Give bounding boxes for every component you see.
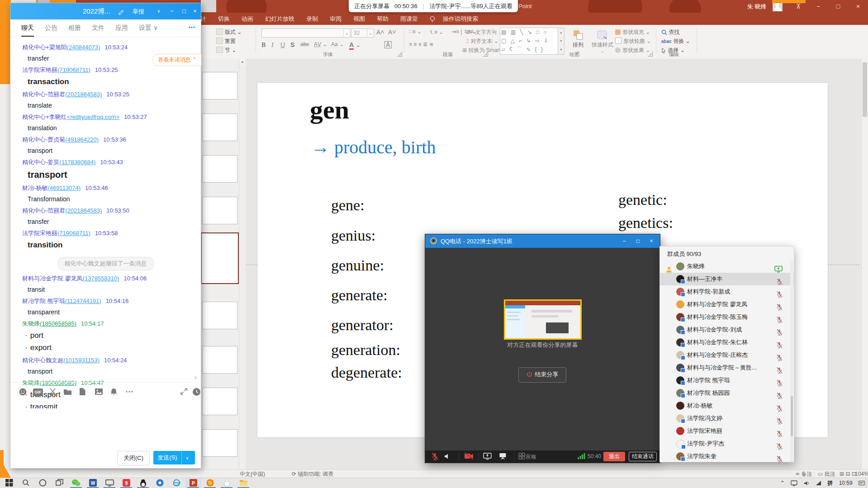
shapes-gallery-scroll[interactable]: ▲▼▼ — [558, 28, 564, 55]
slide-thumbnail[interactable] — [202, 302, 237, 329]
status-view-icons[interactable]: ⊞ ⊟ ⊡ — [840, 470, 856, 478]
chat-tab-聊天[interactable]: 聊天 — [21, 19, 34, 37]
sender-id-link[interactable]: (719068711) — [57, 66, 90, 73]
member-row[interactable]: 材料与冶金学院-陈玉梅 — [660, 311, 794, 323]
slide-thumbnail[interactable] — [202, 155, 237, 183]
member-row[interactable]: 材冶-杨敏 — [660, 399, 794, 412]
ribbon-tab-视图[interactable]: 视图 — [347, 13, 371, 25]
align-text-button[interactable]: ⌷ 对齐文本 ⌄ — [466, 38, 498, 45]
show-desktop-button[interactable] — [866, 478, 868, 488]
image-icon[interactable] — [95, 388, 104, 397]
sender-name[interactable]: 精化中心-范丽君 — [22, 91, 65, 98]
gif-icon[interactable]: GIF — [33, 389, 43, 396]
taskbar-word-icon[interactable]: W — [85, 478, 101, 488]
end-share-button[interactable]: 结束分享 — [518, 367, 566, 383]
status-comments-button[interactable]: ▭ 批注 — [818, 470, 835, 478]
thumbnail-scrollbar[interactable]: ▲ — [239, 59, 246, 469]
replace-button[interactable]: abac 替换 ⌄ — [661, 38, 690, 45]
slide-thumbnail[interactable] — [202, 388, 237, 415]
strikethrough-icon[interactable]: abc — [300, 41, 309, 47]
slide-thumbnail[interactable] — [202, 346, 237, 374]
taskbar-ppt-icon[interactable]: P — [185, 478, 201, 488]
slide-thumbnail[interactable] — [202, 429, 237, 457]
ime-indicator[interactable]: 拼 — [827, 480, 833, 486]
chat-tab-相册[interactable]: 相册 — [68, 19, 81, 36]
members-scrollbar[interactable] — [790, 260, 793, 462]
member-row[interactable]: 法学院朱奎 — [660, 450, 794, 463]
ribbon-tab-动画[interactable]: 动画 — [236, 13, 259, 25]
shape-effects-button[interactable]: 形状效果 ⌄ — [615, 47, 650, 54]
member-row[interactable]: 材冶学院 杨园园 — [660, 387, 794, 399]
sender-name[interactable]: 朱晓烽 — [22, 320, 40, 327]
shape-fill-button[interactable]: 形状填充 ⌄ — [615, 28, 650, 36]
notification-center-icon[interactable] — [859, 480, 865, 486]
sender-name[interactable]: 材料与冶金学院 廖龙凤 — [22, 275, 83, 282]
chat-message-area[interactable]: 精化中心+梁旭阳(240844073)10:53:24transfer法学院宋艳… — [10, 37, 201, 408]
sender-name[interactable]: 材冶学院 熊宇琨 — [22, 298, 65, 304]
taskbar-cortana-icon[interactable] — [34, 478, 51, 488]
member-row[interactable]: 朱晓烽 — [660, 260, 794, 273]
chat-tab-设置[interactable]: 设置 ∨ — [139, 19, 158, 36]
sender-name[interactable]: 法学院宋艳丽 — [22, 66, 57, 73]
ribbon-tab-幻灯片放映[interactable]: 幻灯片放映 — [259, 13, 300, 25]
slide-thumbnail[interactable] — [202, 197, 237, 224]
taskbar-taskview-icon[interactable] — [51, 478, 67, 488]
ppt-close-button[interactable]: × — [848, 0, 868, 13]
call-maximize-button[interactable]: □ — [631, 234, 645, 248]
mic-muted-icon[interactable] — [776, 452, 783, 465]
slide-thumbnail-selected[interactable] — [201, 232, 239, 284]
italic-icon[interactable]: I — [271, 41, 274, 49]
taskbar-explorer-icon[interactable] — [235, 478, 251, 488]
expand-input-icon[interactable] — [180, 388, 189, 397]
edit-title-icon[interactable] — [118, 8, 124, 15]
font-name-combobox[interactable]: ⌄ — [261, 28, 351, 38]
file-icon[interactable] — [79, 388, 88, 397]
bold-icon[interactable]: B — [261, 41, 266, 49]
align-icons[interactable]: ≡ ≡ ≡ ≣ ≋ — [409, 41, 433, 47]
text-direction-button[interactable]: ⇵A 文字方向 ⌄ — [466, 28, 503, 36]
clear-formatting-icon[interactable]: 🄰 — [384, 41, 391, 49]
member-row[interactable]: 法学院-尹宇杰 — [660, 437, 794, 450]
sender-id-link[interactable]: (1850658585) — [40, 320, 76, 327]
numbering-icon[interactable]: ⒈≡ ⌄ — [429, 28, 443, 36]
qq-chat-title-bar[interactable]: 2022博... 举报 ∨ − □ × — [10, 3, 201, 19]
arrange-button[interactable]: 排列⌄ — [566, 28, 590, 54]
layout-button[interactable]: 版式 ⌄ — [216, 28, 242, 36]
sender-id-link[interactable]: (491864220) — [65, 136, 99, 143]
shapes-gallery[interactable]: ▤ ▥ ╲ ↘ □ ○ ▢ △ ⌐ ↳ ⇨ ⇩ ▱ ʕ ⌒ ∿ { } — [500, 28, 560, 55]
member-row[interactable]: 材料—王净丰 — [660, 273, 794, 285]
ribbon-tab-雨课堂[interactable]: 雨课堂 — [394, 13, 424, 25]
tray-network-icon[interactable] — [816, 480, 821, 486]
screenshot-icon[interactable] — [48, 388, 57, 397]
sender-name[interactable]: 材冶-杨敏 — [22, 185, 47, 191]
ribbon-tab-录制[interactable]: 录制 — [300, 13, 324, 25]
member-row[interactable]: 材料与冶金学院-庄榕杰 — [660, 349, 794, 361]
whiteboard-icon[interactable] — [498, 452, 507, 460]
drawing-dialog-launcher[interactable] — [648, 52, 653, 57]
taskbar-start-icon[interactable] — [1, 478, 17, 488]
grid-view-icon[interactable] — [518, 452, 525, 460]
taskbar-bluecircle-icon[interactable] — [152, 478, 168, 488]
exit-button[interactable]: 退出 — [603, 452, 625, 461]
member-row[interactable]: 材冶学院 熊宇琨 — [660, 374, 794, 387]
sender-id-link[interactable]: (469113074) — [47, 185, 81, 191]
taskbar-ie-icon[interactable] — [168, 478, 185, 488]
send-button[interactable]: 发送(S)∨ — [153, 451, 195, 464]
member-row[interactable]: 材料学院-郭新成 — [660, 285, 794, 298]
sender-name[interactable]: 精化中心-范丽君 — [22, 207, 65, 214]
character-spacing-icon[interactable]: A̲V̲ ⌄ — [314, 41, 327, 47]
bell-icon[interactable] — [110, 388, 119, 397]
find-button[interactable]: 查找 — [661, 28, 679, 36]
font-size-combobox[interactable]: ⌄32 — [351, 28, 374, 38]
chat-tab-应用[interactable]: 应用 — [115, 19, 128, 36]
status-accessibility[interactable]: ⟳ 辅助功能: 调查 — [292, 470, 333, 478]
section-button[interactable]: 节 ⌄ — [216, 47, 236, 54]
underline-icon[interactable]: U — [280, 41, 285, 48]
call-close-button[interactable]: × — [645, 234, 658, 248]
taskbar-wechat-icon[interactable] — [68, 478, 84, 488]
shape-outline-button[interactable]: 形状轮廓 ⌄ — [615, 38, 651, 45]
member-row[interactable]: 材料与与冶金学院～黄胜... — [660, 361, 794, 374]
quick-styles-button[interactable]: 快速样式⌄ — [591, 28, 614, 54]
ppt-maximize-button[interactable]: □ — [828, 0, 848, 13]
more-icon[interactable] — [125, 388, 134, 397]
